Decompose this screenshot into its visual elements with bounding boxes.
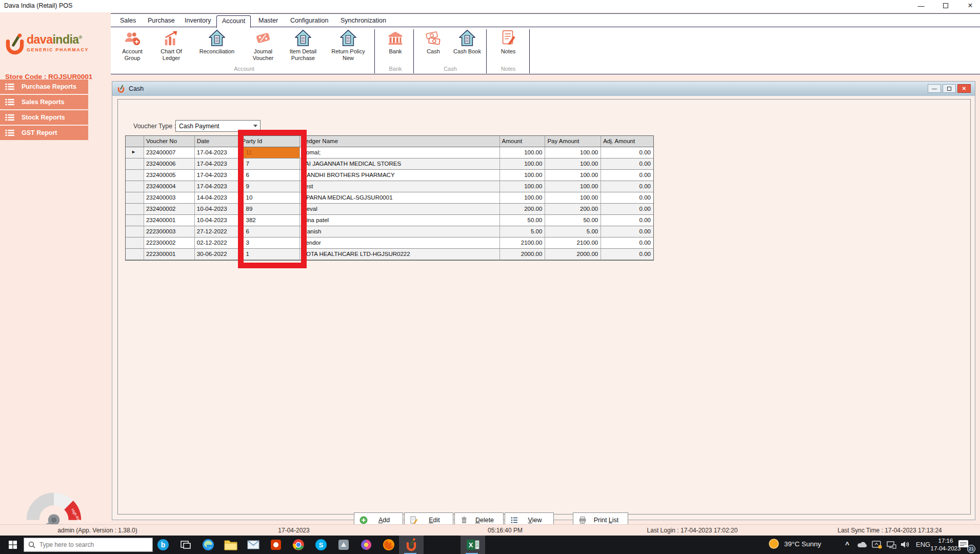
start-button[interactable]	[5, 539, 21, 550]
cell-voucher-no[interactable]: 232400006	[144, 159, 195, 170]
cell-pay-amount[interactable]: 100.00	[545, 147, 601, 159]
cell-ledger-name[interactable]: Vendor	[300, 238, 499, 249]
task-view-icon[interactable]	[174, 536, 197, 554]
taskbar-bing-icon[interactable]: b	[152, 536, 174, 554]
ribbon-item-return-policy-new[interactable]: Return Policy New	[327, 29, 369, 61]
table-row[interactable]: 23240000617-04-20237JAI JAGANNATH MEDICA…	[126, 159, 653, 170]
cell-amount[interactable]: 100.00	[500, 170, 546, 181]
tab-account[interactable]: Account	[216, 15, 251, 28]
tab-synchronization[interactable]: Synchronization	[335, 15, 391, 27]
cell-ledger-name[interactable]: Rina patel	[300, 215, 499, 226]
screen-share-icon[interactable]	[872, 541, 882, 551]
cell-pay-amount[interactable]: 100.00	[545, 181, 601, 192]
dava-pos-app-icon[interactable]	[399, 536, 424, 554]
cell-pay-amount[interactable]: 100.00	[545, 159, 601, 170]
sidebar-item-stock-reports[interactable]: Stock Reports	[0, 110, 88, 125]
ribbon-item-account-group[interactable]: Account Group	[115, 29, 150, 61]
table-row[interactable]: 22230000327-12-20226Manish5.005.000.00	[126, 226, 653, 238]
firefox-icon[interactable]	[377, 536, 400, 554]
cell-pay-amount[interactable]: 5.00	[545, 226, 601, 238]
cell-adj-amount[interactable]: 0.00	[601, 204, 653, 215]
cell-adj-amount[interactable]: 0.00	[601, 181, 653, 192]
cell-pay-amount[interactable]: 100.00	[545, 170, 601, 181]
cell-ledger-name[interactable]: GANDHI BROTHERS PHARMACY	[300, 170, 499, 181]
cell-pay-amount[interactable]: 200.00	[545, 204, 601, 215]
speaker-icon[interactable]	[901, 541, 911, 550]
tab-master[interactable]: Master	[253, 15, 283, 27]
cell-date[interactable]: 27-12-2022	[195, 226, 240, 238]
table-row[interactable]: 23240000314-04-202310APARNA MEDICAL-SGJS…	[126, 192, 653, 204]
table-row[interactable]: 22230000130-06-20221KOTA HEALTHCARE LTD-…	[126, 249, 653, 260]
cell-date[interactable]: 02-12-2022	[195, 238, 240, 249]
maximize-icon[interactable]	[939, 1, 952, 10]
cell-date[interactable]: 10-04-2023	[195, 204, 240, 215]
cell-voucher-no[interactable]: 232400004	[144, 181, 195, 192]
column-header-adj-amount[interactable]: Adj. Amount	[601, 136, 653, 147]
row-selector[interactable]	[126, 181, 144, 192]
row-selector[interactable]	[126, 192, 144, 204]
taskbar-weather[interactable]: 39°C Sunny	[768, 538, 821, 549]
tab-sales[interactable]: Sales	[115, 15, 141, 27]
cell-date[interactable]: 30-06-2022	[195, 249, 240, 260]
cell-voucher-no[interactable]: 232400003	[144, 192, 195, 204]
excel-icon[interactable]: X	[461, 536, 485, 554]
skype-icon[interactable]: S	[310, 536, 332, 554]
table-row[interactable]: 23240000417-04-20239Test100.00100.000.00	[126, 181, 653, 192]
row-selector[interactable]: ►	[126, 147, 144, 159]
onedrive-cloud-icon[interactable]	[857, 541, 868, 550]
cell-voucher-no[interactable]: 232400002	[144, 204, 195, 215]
edge-icon[interactable]	[197, 536, 219, 554]
tab-purchase[interactable]: Purchase	[143, 15, 180, 27]
file-explorer-icon[interactable]	[219, 536, 242, 554]
sidebar-item-purchase-reports[interactable]: Purchase Reports	[0, 80, 88, 94]
cell-amount[interactable]: 200.00	[500, 204, 546, 215]
ribbon-item-chart-of-ledger[interactable]: Chart Of Ledger	[154, 29, 189, 61]
cell-ledger-name[interactable]: APARNA MEDICAL-SGJSUR0001	[300, 192, 499, 204]
cell-voucher-no[interactable]: 232400001	[144, 215, 195, 226]
cell-adj-amount[interactable]: 0.00	[601, 170, 653, 181]
cell-pay-amount[interactable]: 2100.00	[545, 238, 601, 249]
ribbon-item-cash-book[interactable]: Cash Book	[451, 29, 483, 55]
sidebar-item-sales-reports[interactable]: Sales Reports	[0, 95, 88, 109]
cell-amount[interactable]: 5.00	[500, 226, 546, 238]
cell-ledger-name[interactable]: KOTA HEALTHCARE LTD-HGJSUR0222	[300, 249, 499, 260]
cell-ledger-name[interactable]: Test	[300, 181, 499, 192]
table-row[interactable]: 23240000210-04-202389Deval200.00200.000.…	[126, 204, 653, 215]
taskbar-search-box[interactable]	[24, 538, 153, 552]
app-icon-red[interactable]	[265, 536, 287, 554]
app-icon-colorful[interactable]	[355, 536, 377, 554]
cell-voucher-no[interactable]: 232400005	[144, 170, 195, 181]
ribbon-item-reconciliation[interactable]: Reconciliation	[191, 29, 243, 55]
cell-adj-amount[interactable]: 0.00	[601, 159, 653, 170]
cell-pay-amount[interactable]: 50.00	[545, 215, 601, 226]
app-icon-grey[interactable]	[332, 536, 355, 554]
table-row[interactable]: 22230000202-12-20223Vendor2100.002100.00…	[126, 238, 653, 249]
sidebar-item-gst-report[interactable]: GST Report	[0, 126, 88, 140]
row-selector[interactable]	[126, 204, 144, 215]
ribbon-item-notes[interactable]: Notes	[491, 29, 525, 55]
cell-ledger-name[interactable]: JAI JAGANNATH MEDICAL STORES	[300, 159, 499, 170]
row-selector[interactable]	[126, 249, 144, 260]
cell-adj-amount[interactable]: 0.00	[601, 249, 653, 260]
search-input[interactable]	[39, 541, 139, 548]
cell-adj-amount[interactable]: 0.00	[601, 238, 653, 249]
cell-ledger-name[interactable]: Manish	[300, 226, 499, 238]
window-restore-icon[interactable]	[943, 84, 956, 93]
ribbon-item-bank[interactable]: Bank	[379, 29, 411, 55]
cell-amount[interactable]: 2000.00	[500, 249, 546, 260]
notification-center-icon[interactable]: 21	[958, 539, 973, 551]
cell-amount[interactable]: 100.00	[500, 147, 546, 159]
row-selector[interactable]	[126, 159, 144, 170]
close-icon[interactable]: ×	[964, 1, 977, 10]
chrome-icon[interactable]	[287, 536, 310, 554]
window-minimize-icon[interactable]: —	[928, 84, 941, 93]
cell-voucher-no[interactable]: 222300003	[144, 226, 195, 238]
cell-date[interactable]: 17-04-2023	[195, 159, 240, 170]
tab-configuration[interactable]: Configuration	[285, 15, 333, 27]
cell-amount[interactable]: 100.00	[500, 181, 546, 192]
cell-pay-amount[interactable]: 2000.00	[545, 249, 601, 260]
row-selector[interactable]	[126, 215, 144, 226]
tray-chevron-up-icon[interactable]: ^	[845, 541, 849, 549]
ribbon-item-journal-voucher[interactable]: Journal Voucher	[246, 29, 280, 61]
minimize-icon[interactable]: —	[914, 1, 928, 10]
